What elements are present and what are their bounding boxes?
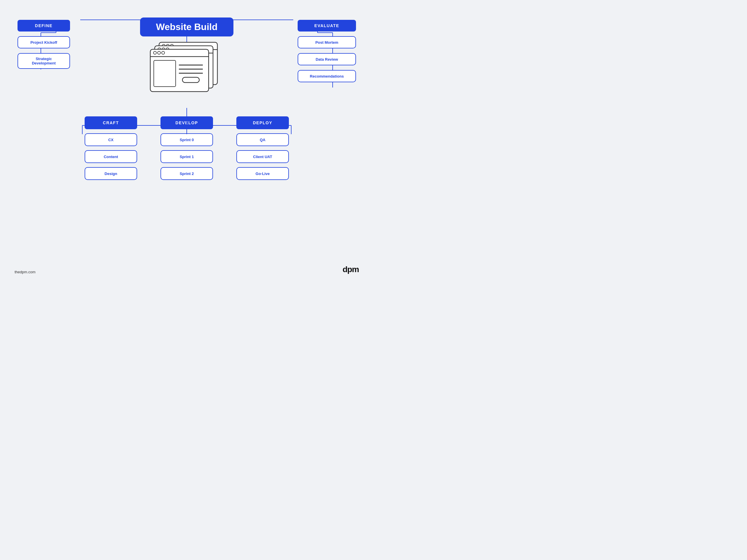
craft-column: CRAFT CX Content Design bbox=[85, 116, 137, 180]
go-live-box: Go-Live bbox=[236, 167, 289, 180]
data-review-box: Data Review bbox=[298, 53, 356, 65]
develop-column: DEVELOP Sprint 0 Sprint 1 Sprint 2 bbox=[160, 116, 213, 180]
deploy-header: DEPLOY bbox=[236, 116, 289, 129]
sprint2-box: Sprint 2 bbox=[160, 167, 213, 180]
define-header: DEFINE bbox=[18, 20, 70, 31]
design-box: Design bbox=[85, 167, 137, 180]
diagram-container: DEFINE Project Kickoff Strategic Develop… bbox=[0, 0, 374, 280]
content-box: Content bbox=[85, 150, 137, 163]
client-uat-box: Client UAT bbox=[236, 150, 289, 163]
main-title: Website Build bbox=[140, 18, 233, 36]
evaluate-section: EVALUATE Post Mortem Data Review Recomme… bbox=[298, 20, 356, 82]
svg-rect-26 bbox=[150, 49, 209, 91]
footer-brand: dpm bbox=[342, 265, 359, 274]
browser-icon bbox=[147, 39, 226, 105]
recommendations-box: Recommendations bbox=[298, 70, 356, 82]
center-section: Website Build bbox=[140, 18, 233, 105]
craft-header: CRAFT bbox=[85, 116, 137, 129]
strategic-development-box: Strategic Development bbox=[18, 53, 70, 69]
develop-header: DEVELOP bbox=[160, 116, 213, 129]
post-mortem-box: Post Mortem bbox=[298, 36, 356, 48]
evaluate-header: EVALUATE bbox=[298, 20, 356, 31]
bottom-section: CRAFT CX Content Design DEVELOP Sprint 0… bbox=[18, 116, 356, 180]
project-kickoff-box: Project Kickoff bbox=[18, 36, 70, 48]
define-section: DEFINE Project Kickoff Strategic Develop… bbox=[18, 20, 76, 69]
top-row: DEFINE Project Kickoff Strategic Develop… bbox=[18, 18, 356, 105]
footer-url: thedpm.com bbox=[15, 270, 35, 274]
sprint1-box: Sprint 1 bbox=[160, 150, 213, 163]
cx-box: CX bbox=[85, 133, 137, 146]
deploy-column: DEPLOY QA Client UAT Go-Live bbox=[236, 116, 289, 180]
qa-box: QA bbox=[236, 133, 289, 146]
sprint0-box: Sprint 0 bbox=[160, 133, 213, 146]
